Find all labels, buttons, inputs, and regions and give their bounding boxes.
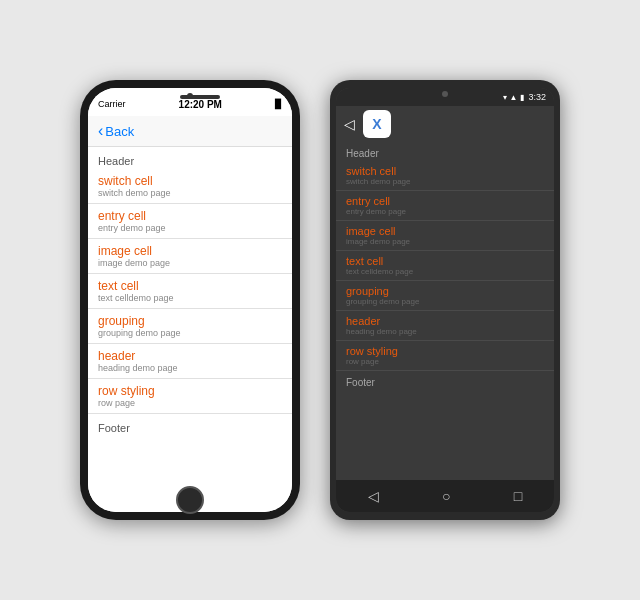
android-list-item[interactable]: switch cell switch demo page bbox=[336, 161, 554, 191]
android-content: Header switch cell switch demo page entr… bbox=[336, 142, 554, 480]
android-back-icon[interactable]: ◁ bbox=[344, 116, 355, 132]
android-recents-button[interactable]: □ bbox=[514, 488, 522, 504]
ios-section-header: Header bbox=[88, 147, 292, 169]
android-item-subtitle: switch demo page bbox=[346, 177, 544, 186]
android-list-item[interactable]: image cell image demo page bbox=[336, 221, 554, 251]
ios-item-title: grouping bbox=[98, 314, 282, 328]
android-item-title: grouping bbox=[346, 285, 544, 297]
ios-item-title: row styling bbox=[98, 384, 282, 398]
android-item-subtitle: entry demo page bbox=[346, 207, 544, 216]
ios-item-subtitle: text celldemo page bbox=[98, 293, 282, 303]
ios-battery: ▉ bbox=[275, 99, 282, 109]
ios-list-item[interactable]: switch cell switch demo page bbox=[88, 169, 292, 204]
android-item-title: image cell bbox=[346, 225, 544, 237]
android-item-title: entry cell bbox=[346, 195, 544, 207]
android-home-button[interactable]: ○ bbox=[442, 488, 450, 504]
android-wifi-icon: ▾ bbox=[503, 93, 507, 102]
ios-back-button[interactable]: ‹ Back bbox=[98, 122, 134, 140]
android-status-icons: ▾ ▲ ▮ bbox=[503, 93, 525, 102]
iphone-speaker bbox=[180, 95, 220, 99]
android-item-subtitle: grouping demo page bbox=[346, 297, 544, 306]
android-list: switch cell switch demo page entry cell … bbox=[336, 161, 554, 371]
ios-item-title: header bbox=[98, 349, 282, 363]
ios-item-subtitle: entry demo page bbox=[98, 223, 282, 233]
android-item-title: row styling bbox=[346, 345, 544, 357]
android-camera bbox=[442, 91, 448, 97]
android-list-item[interactable]: entry cell entry demo page bbox=[336, 191, 554, 221]
android-device: ▾ ▲ ▮ 3:32 ◁ X Header switch cell switch… bbox=[330, 80, 560, 520]
android-screen: ▾ ▲ ▮ 3:32 ◁ X Header switch cell switch… bbox=[336, 88, 554, 512]
chevron-left-icon: ‹ bbox=[98, 122, 103, 140]
ios-list-item[interactable]: entry cell entry demo page bbox=[88, 204, 292, 239]
ios-footer-header: Footer bbox=[88, 414, 292, 436]
ios-time: 12:20 PM bbox=[179, 99, 222, 110]
ios-item-subtitle: row page bbox=[98, 398, 282, 408]
iphone-screen: Carrier 12:20 PM ▉ ‹ Back Header switch … bbox=[88, 88, 292, 512]
ios-item-subtitle: switch demo page bbox=[98, 188, 282, 198]
ios-item-title: image cell bbox=[98, 244, 282, 258]
ios-nav-bar: ‹ Back bbox=[88, 116, 292, 147]
android-nav-bar: ◁ ○ □ bbox=[336, 480, 554, 512]
ios-list-item[interactable]: text cell text celldemo page bbox=[88, 274, 292, 309]
ios-item-title: entry cell bbox=[98, 209, 282, 223]
android-toolbar: ◁ X bbox=[336, 106, 554, 142]
android-signal-icon: ▲ bbox=[510, 93, 518, 102]
ios-carrier: Carrier bbox=[98, 99, 126, 109]
android-item-title: header bbox=[346, 315, 544, 327]
ios-item-title: text cell bbox=[98, 279, 282, 293]
android-item-subtitle: image demo page bbox=[346, 237, 544, 246]
android-time: 3:32 bbox=[528, 92, 546, 102]
android-battery-icon: ▮ bbox=[520, 93, 524, 102]
android-list-item[interactable]: grouping grouping demo page bbox=[336, 281, 554, 311]
android-list-item[interactable]: row styling row page bbox=[336, 341, 554, 371]
android-item-title: switch cell bbox=[346, 165, 544, 177]
android-item-title: text cell bbox=[346, 255, 544, 267]
ios-item-subtitle: grouping demo page bbox=[98, 328, 282, 338]
iphone-device: Carrier 12:20 PM ▉ ‹ Back Header switch … bbox=[80, 80, 300, 520]
android-footer-header: Footer bbox=[336, 371, 554, 390]
ios-list-item[interactable]: row styling row page bbox=[88, 379, 292, 414]
android-section-header: Header bbox=[336, 142, 554, 161]
android-item-subtitle: text celldemo page bbox=[346, 267, 544, 276]
ios-item-title: switch cell bbox=[98, 174, 282, 188]
android-list-item[interactable]: header heading demo page bbox=[336, 311, 554, 341]
ios-back-label: Back bbox=[105, 124, 134, 139]
ios-list-item[interactable]: image cell image demo page bbox=[88, 239, 292, 274]
ios-content: Header switch cell switch demo page entr… bbox=[88, 147, 292, 512]
ios-item-subtitle: heading demo page bbox=[98, 363, 282, 373]
android-app-icon: X bbox=[363, 110, 391, 138]
android-back-button[interactable]: ◁ bbox=[368, 488, 379, 504]
iphone-home-button[interactable] bbox=[176, 486, 204, 514]
android-item-subtitle: heading demo page bbox=[346, 327, 544, 336]
android-list-item[interactable]: text cell text celldemo page bbox=[336, 251, 554, 281]
android-item-subtitle: row page bbox=[346, 357, 544, 366]
ios-list-item[interactable]: grouping grouping demo page bbox=[88, 309, 292, 344]
ios-item-subtitle: image demo page bbox=[98, 258, 282, 268]
ios-list-item[interactable]: header heading demo page bbox=[88, 344, 292, 379]
ios-list: switch cell switch demo page entry cell … bbox=[88, 169, 292, 414]
